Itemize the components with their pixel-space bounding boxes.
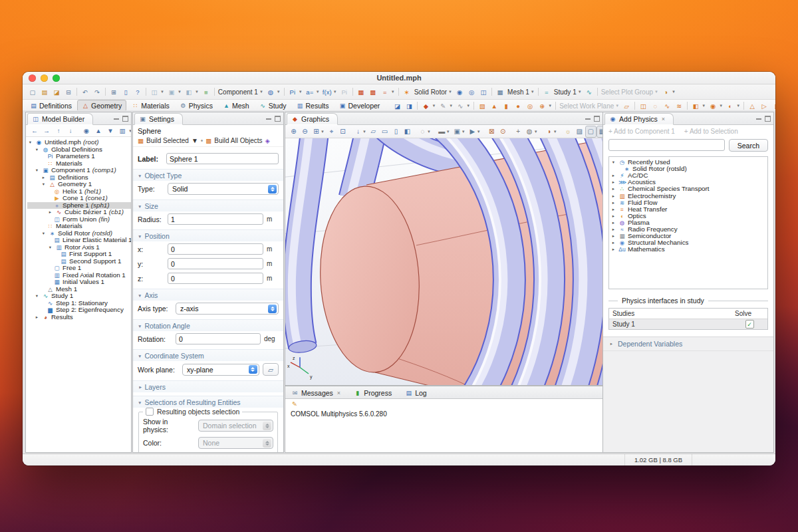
ribbon-tool[interactable]: ▼ bbox=[687, 102, 688, 110]
section-object-type[interactable]: Object Type bbox=[144, 172, 182, 180]
section-selections[interactable]: Selections of Resulting Entities bbox=[144, 398, 240, 406]
tree-toolbar-button[interactable]: → ▼ bbox=[41, 126, 53, 136]
tree-expand-arrow[interactable]: ▾ bbox=[34, 293, 40, 299]
tree-expand-arrow[interactable]: ▸ bbox=[610, 180, 616, 185]
quickbar-item[interactable]: ▼ bbox=[538, 88, 539, 96]
quickbar-item[interactable]: ∿ ▼ bbox=[583, 86, 595, 97]
ribbon-tool[interactable]: Select Work Plane ▼ bbox=[558, 100, 620, 111]
graphics-toolbar-button[interactable]: ⊖ ▼ bbox=[299, 126, 311, 138]
tree-item[interactable]: ▾ ▣ Component 1 (comp1) bbox=[27, 167, 131, 174]
ribbon-tool[interactable]: ✎ ▼ bbox=[437, 100, 454, 111]
add-physics-tab[interactable]: ◉ Add Physics × bbox=[604, 113, 674, 125]
ribbon-tool[interactable]: △ ▼ bbox=[746, 100, 758, 111]
quickbar-item[interactable]: ▼ bbox=[398, 88, 399, 96]
quickbar-item[interactable]: ◉ ▼ bbox=[454, 86, 466, 97]
quickbar-item[interactable]: ◎ ▼ bbox=[466, 86, 477, 97]
ribbon-tool[interactable]: ◐ ▼ bbox=[724, 100, 741, 111]
radius-input[interactable]: 1 bbox=[168, 213, 263, 225]
quickbar-item[interactable]: ? ▼ bbox=[132, 86, 144, 97]
quickbar-item[interactable]: ■ ▼ bbox=[200, 86, 212, 97]
maximize-panel-icon[interactable] bbox=[122, 116, 128, 122]
tree-toolbar-button[interactable]: ▥ ▼ bbox=[116, 126, 132, 136]
ribbon-tool[interactable]: ● ▼ bbox=[512, 100, 524, 111]
tree-expand-arrow[interactable]: ▾ bbox=[610, 160, 616, 165]
graphics-toolbar-button[interactable]: ▶ ▼ bbox=[467, 126, 482, 138]
quickbar-item[interactable]: ⊞ ▼ bbox=[108, 86, 120, 97]
quickbar-item[interactable]: Mesh 1 ▼ bbox=[506, 86, 536, 97]
build-selected-button[interactable]: Build Selected bbox=[146, 137, 189, 144]
tree-item[interactable]: ▸ ◕ Results bbox=[27, 314, 131, 321]
tree-expand-arrow[interactable]: ▸ bbox=[610, 233, 616, 239]
quickbar-item[interactable]: ▼ bbox=[597, 88, 598, 96]
quickbar-item[interactable]: ▢ ▼ bbox=[27, 86, 39, 97]
quickbar-item[interactable]: ◪ ▼ bbox=[51, 86, 63, 97]
tree-item[interactable]: ▢ Free 1 bbox=[27, 265, 131, 272]
section-position[interactable]: Position bbox=[144, 232, 169, 240]
tree-expand-arrow[interactable]: ▸ bbox=[47, 209, 53, 215]
section-size[interactable]: Size bbox=[144, 202, 158, 210]
tree-expand-arrow[interactable]: ▸ bbox=[610, 194, 616, 199]
quickbar-item[interactable]: ▼ bbox=[105, 88, 106, 96]
graphics-toolbar-button[interactable]: ⊕ ▼ bbox=[288, 126, 299, 138]
tree-item[interactable]: ∷ Materials bbox=[27, 223, 131, 230]
quickbar-item[interactable]: Solid Rotor ▼ bbox=[413, 86, 454, 97]
ribbon-tool[interactable]: ▼ bbox=[417, 102, 418, 110]
quickbar-item[interactable]: ▼ bbox=[284, 88, 285, 96]
quickbar-item[interactable]: ▦ ▼ bbox=[355, 86, 367, 97]
graphics-toolbar-button[interactable]: ⊡ ▼ bbox=[337, 126, 348, 138]
tree-expand-arrow[interactable]: ▸ bbox=[610, 227, 616, 232]
ribbon-tool[interactable]: ▼ bbox=[743, 102, 744, 110]
graphics-toolbar-button[interactable]: ▦ ▼ bbox=[597, 126, 602, 138]
graphics-toolbar-button[interactable]: ⊞ ▼ bbox=[311, 126, 326, 138]
quickbar-item[interactable]: ▯ ▼ bbox=[120, 86, 132, 97]
model-builder-tab[interactable]: ◫ Model Builder bbox=[27, 113, 93, 125]
ribbon-tool[interactable]: ∿ ▼ bbox=[661, 100, 673, 111]
quickbar-item[interactable]: ▼ bbox=[352, 88, 353, 96]
physics-tree-item[interactable]: ▸ Δu Mathematics bbox=[610, 246, 766, 253]
maximize-panel-icon[interactable] bbox=[765, 116, 771, 122]
messages-toolbar-button[interactable]: ✎ bbox=[289, 399, 301, 410]
quickbar-item[interactable]: ◑ ▼ bbox=[660, 86, 677, 97]
tree-item[interactable]: ▶ Cone 1 (cone1) bbox=[27, 195, 131, 202]
settings-tab[interactable]: ▣ Settings bbox=[134, 113, 183, 125]
tree-item[interactable]: ▦ Initial Values 1 bbox=[27, 279, 131, 286]
3d-viewport[interactable]: z x y bbox=[285, 138, 602, 385]
tree-toolbar-button[interactable]: ▲ ▼ bbox=[92, 126, 104, 136]
tree-expand-arrow[interactable]: ▸ bbox=[34, 315, 40, 320]
graphics-toolbar-button[interactable]: ↓ ▼ bbox=[352, 126, 368, 138]
resulting-objects-checkbox[interactable] bbox=[146, 408, 154, 416]
section-axis[interactable]: Axis bbox=[144, 291, 158, 299]
minimize-panel-icon[interactable] bbox=[756, 118, 761, 120]
add-to-component-button[interactable]: + Add to Component 1 bbox=[608, 128, 675, 135]
ribbon-tool[interactable]: ▷ ▼ bbox=[758, 100, 770, 111]
ribbon-tool[interactable]: ◨ ▼ bbox=[403, 100, 415, 111]
ribbon-tool[interactable]: ▼ bbox=[555, 102, 556, 110]
ribbon-tool[interactable]: ▼ bbox=[473, 102, 474, 110]
ribbon-tool[interactable]: ◫ ▼ bbox=[637, 100, 649, 111]
coordinate-input[interactable]: 0 bbox=[168, 273, 263, 284]
quickbar-item[interactable]: ▼ bbox=[146, 88, 146, 96]
quickbar-item[interactable]: ◧ ▼ bbox=[183, 86, 200, 97]
quickbar-item[interactable]: ▩ ▼ bbox=[367, 86, 379, 97]
ribbon-tool[interactable]: ≋ ▼ bbox=[673, 100, 685, 111]
ribbon-tool[interactable]: ◪ ▼ bbox=[391, 100, 403, 111]
graphics-tab[interactable]: ◆ Graphics bbox=[287, 113, 338, 125]
graphics-toolbar-button[interactable]: ⊠ ▼ bbox=[486, 126, 497, 138]
quickbar-item[interactable]: = ▼ bbox=[379, 86, 396, 97]
minimize-panel-icon[interactable] bbox=[585, 118, 591, 120]
messages-tab[interactable]: ✉ Messages × bbox=[287, 387, 349, 399]
quickbar-item[interactable]: = ▼ bbox=[541, 86, 553, 97]
quickbar-item[interactable]: Component 1 ▼ bbox=[217, 86, 265, 97]
ribbon-tool[interactable]: ◎ ▼ bbox=[524, 100, 536, 111]
physics-tree-item[interactable]: ▸ ∴ Chemical Species Transport bbox=[610, 186, 766, 192]
ribbon-tool[interactable]: ⊕ ▼ bbox=[536, 100, 553, 111]
tree-item[interactable]: ▤ First Support 1 bbox=[27, 251, 131, 258]
quickbar-item[interactable]: Study 1 ▼ bbox=[553, 86, 583, 97]
tree-expand-arrow[interactable]: ▸ bbox=[610, 200, 616, 205]
minimize-panel-icon[interactable] bbox=[266, 118, 271, 120]
graphics-toolbar-button[interactable]: ◧ ▼ bbox=[402, 126, 413, 138]
quickbar-item[interactable]: ◍ ▼ bbox=[265, 86, 282, 97]
add-to-selection-button[interactable]: + Add to Selection bbox=[684, 128, 738, 135]
tree-expand-arrow[interactable]: ▾ bbox=[34, 168, 40, 173]
ribbon-tool[interactable]: ▱ ▼ bbox=[620, 100, 632, 111]
